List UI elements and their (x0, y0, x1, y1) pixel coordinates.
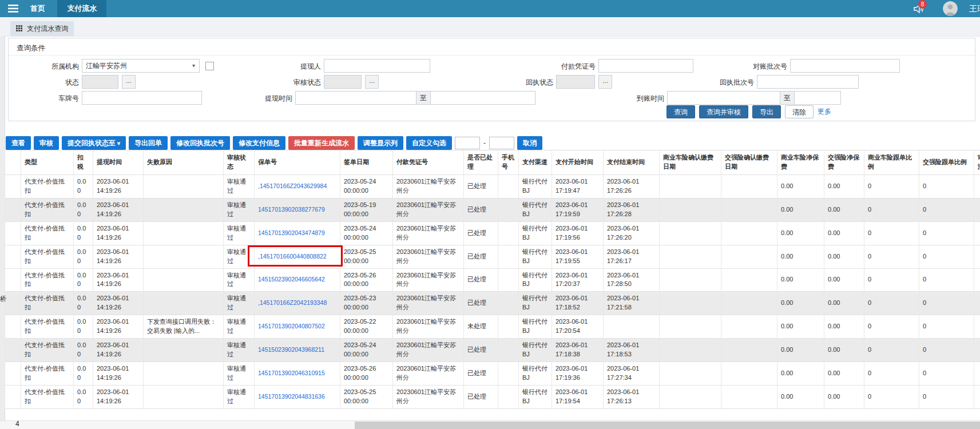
col-header-type: 类型 (21, 150, 74, 175)
cell-withdraw_time: 2023-06-01 14:19:26 (93, 221, 144, 245)
more-link[interactable]: 更多 (818, 107, 831, 117)
withdraw-time-label: 提现时间 (220, 94, 292, 104)
nav-tab-payment-flow[interactable]: 支付流水 (57, 0, 106, 17)
table-row[interactable]: 代支付-价值抵扣0.002023-06-01 14:19:26下发查询接口调用失… (5, 315, 980, 339)
recon-batch-input[interactable] (790, 59, 900, 73)
cell-withdraw_time: 2023-06-01 14:19:26 (93, 245, 144, 268)
policy-no-link[interactable]: 14517013902043474879 (258, 229, 325, 236)
export-receipt-button[interactable]: 导出回单 (129, 136, 168, 150)
col-header-pay_end: 支付结束时间 (604, 150, 660, 175)
policy-no-link[interactable]: 14515023902043968211 (258, 346, 324, 353)
export-button[interactable]: 导出 (752, 105, 781, 118)
cell-processed: 已处理 (464, 245, 498, 268)
status-picker-button[interactable]: ... (122, 75, 136, 89)
batch-regenerate-flow-button[interactable]: 批量重新生成流水 (288, 136, 355, 150)
modify-receipt-batch-button[interactable]: 修改回执批次号 (170, 136, 230, 150)
policy-no-link[interactable]: 14517013902040807502 (258, 323, 325, 329)
menu-icon[interactable] (8, 5, 18, 13)
form-row-3: 车牌号 提现时间 至 到账时间 至 (9, 91, 975, 105)
cell-policy_no: 14517013902046310915 (255, 362, 340, 386)
receipt-status-picker-button[interactable]: ... (598, 75, 612, 89)
cell-sign_date: 2023-05-26 00:00:00 (340, 268, 393, 292)
cell-type: 代支付-价值抵扣 (21, 221, 74, 245)
table-row[interactable]: 代支付-价值抵扣0.002023-06-01 14:19:26审核通过14517… (5, 221, 980, 245)
modify-payment-info-button[interactable]: 修改支付信息 (233, 136, 285, 150)
policy-no-link[interactable]: ,145170166Z2042193348 (258, 299, 327, 306)
cell-pay_end: 2023-06-01 17:26:20 (604, 221, 660, 245)
view-button[interactable]: 查看 (6, 136, 31, 150)
cell-audit_status: 审核通过 (224, 362, 255, 386)
cell-channel: 银行代付BJ (519, 385, 552, 408)
cell-channel: 银行代付BJ (519, 245, 552, 268)
audit-status-picker-button[interactable]: ... (365, 75, 379, 89)
policy-no-link[interactable]: ,14517016600440808822 (258, 253, 327, 260)
range-from-input[interactable] (455, 137, 480, 149)
policy-no-link[interactable]: 14517013902046310915 (258, 370, 325, 376)
cell-type: 代支付-价值抵扣 (21, 198, 74, 221)
org-value: 江輸平安苏州 (86, 62, 127, 70)
policy-no-link[interactable]: 14515023902046605642 (258, 276, 325, 283)
cell-pay_end: 2023-06-01 17:18:53 (604, 339, 660, 362)
clear-button[interactable]: 清除 (785, 105, 814, 118)
payment-voucher-input[interactable] (598, 59, 693, 73)
arrival-time-from-input[interactable] (667, 91, 780, 105)
table-row[interactable]: 代支付-价值抵扣0.002023-06-01 14:19:26审核通过14517… (5, 362, 980, 386)
policy-no-link[interactable]: 14517013902044831636 (258, 393, 325, 400)
cell-jq_follow_ratio: 0 (919, 315, 974, 339)
cell-fail_reason (144, 339, 224, 362)
cell-withdraw_time: 2023-06-01 14:19:26 (93, 175, 144, 198)
cell-pay_end: 2023-06-01 17:27:34 (604, 362, 660, 386)
withdrawer-input[interactable] (324, 59, 430, 73)
form-row-2: 状态 ... 审核状态 ... 回执状态 ... 回执批次号 (9, 75, 975, 89)
avatar[interactable] (943, 1, 958, 16)
col-header-jq_net_premium: 交强险净保费 (824, 150, 864, 175)
submit-receipt-status-dropdown[interactable]: 提交回执状态至▾ (62, 136, 126, 150)
subtab-bar: 支付流水查询 (0, 17, 980, 37)
plate-input[interactable] (82, 91, 202, 105)
table-row[interactable]: 代支付-价值抵扣0.002023-06-01 14:19:26审核通过,1451… (5, 175, 980, 198)
policy-no-link[interactable]: 14517013902038277679 (258, 206, 325, 213)
tab-payment-flow-query[interactable]: 支付流水查询 (10, 21, 74, 36)
cell-sign_date: 2023-05-24 00:00:00 (340, 339, 393, 362)
cell-withdraw_time: 2023-06-01 14:19:26 (93, 339, 144, 362)
nav-tab-home[interactable]: 首页 (21, 0, 55, 17)
org-checkbox[interactable] (205, 62, 214, 70)
query-and-audit-button[interactable]: 查询并审核 (699, 105, 748, 118)
adjust-columns-button[interactable]: 调整显示列 (358, 136, 403, 150)
cell-pay_start: 2023-06-01 17:18:38 (552, 339, 604, 362)
table-row[interactable]: 代支付-价值抵扣0.002023-06-01 14:19:26审核通过,1451… (5, 292, 980, 315)
cell-pay_start: 2023-06-01 17:18:52 (552, 292, 604, 315)
cell-jq_follow_ratio: 0 (919, 175, 974, 198)
cell-jq_net_premium: 0.00 (824, 292, 864, 315)
policy-no-link[interactable]: ,145170166Z2043629984 (258, 182, 327, 189)
col-header-voucher_no: 付款凭证号 (393, 150, 464, 175)
horizontal-scrollbar-track[interactable] (0, 420, 980, 429)
audit-button[interactable]: 审核 (34, 136, 59, 150)
receipt-batch-input[interactable] (757, 75, 859, 89)
custom-select-button[interactable]: 自定义勾选 (406, 136, 452, 150)
org-select[interactable]: 江輸平安苏州 ▾ (82, 59, 200, 73)
cell-type: 代支付-价值抵扣 (21, 245, 74, 268)
table-row[interactable]: 代支付-价值抵扣0.002023-06-01 14:19:26审核通过14515… (5, 339, 980, 362)
table-row[interactable]: 代支付-价值抵扣0.002023-06-01 14:19:26审核通过14515… (5, 268, 980, 292)
user-name[interactable]: 王珍 (969, 4, 980, 14)
cell-channel: 银行代付BJ (519, 315, 552, 339)
table-row[interactable]: 代支付-价值抵扣0.002023-06-01 14:19:26审核通过14517… (5, 385, 980, 408)
cancel-button[interactable]: 取消 (517, 136, 542, 150)
table-row[interactable]: 代支付-价值抵扣0.002023-06-01 14:19:26审核通过14517… (5, 198, 980, 221)
col-header-phone: 手机号 (498, 150, 519, 175)
cell-policy_no: 14517013902038277679 (255, 198, 340, 221)
withdraw-time-to-input[interactable] (430, 91, 535, 105)
arrival-time-to-input[interactable] (794, 91, 841, 105)
cell-biz_follow_ratio: 0 (864, 315, 919, 339)
cell-jq_net_premium: 0.00 (824, 385, 864, 408)
range-to-input[interactable] (489, 137, 514, 149)
cell-biz_follow_ratio: 0 (864, 175, 919, 198)
cell-sign_date: 2023-05-25 00:00:00 (340, 385, 393, 408)
org-label: 所属机构 (9, 62, 79, 72)
cell-audit_status: 审核通过 (224, 339, 255, 362)
withdraw-time-from-input[interactable] (295, 91, 416, 105)
horizontal-scrollbar-thumb[interactable] (355, 422, 980, 429)
table-row[interactable]: 代支付-价值抵扣0.002023-06-01 14:19:26审核通过,1451… (5, 245, 980, 268)
query-button[interactable]: 查询 (666, 105, 695, 118)
